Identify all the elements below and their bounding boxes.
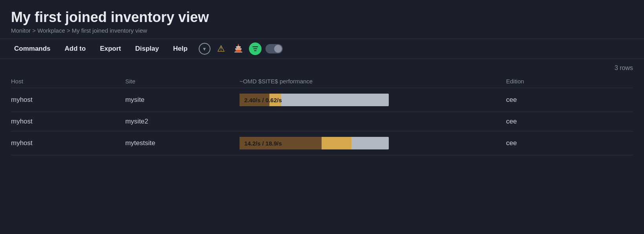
breadcrumb-current: My first joined inventory view (72, 27, 147, 34)
breadcrumb: Monitor > Workplace > My first joined in… (11, 27, 633, 34)
cell-site[interactable]: mysite (125, 88, 240, 112)
warning-icon: ⚠ (217, 44, 225, 54)
cell-edition: cee (506, 88, 633, 112)
warning-icon-btn[interactable]: ⚠ (214, 42, 228, 55)
svg-rect-5 (253, 48, 257, 49)
perf-bar-label: 2.40/s / 0.62/s (240, 97, 282, 103)
cone-icon-btn[interactable] (232, 42, 245, 55)
col-header-host: Host (11, 75, 125, 88)
toolbar: Commands Add to Export Display Help ▾ ⚠ (0, 39, 644, 59)
perf-bar-yellow (322, 137, 351, 149)
col-header-site: Site (125, 75, 240, 88)
toggle-knob (274, 45, 282, 53)
filter-icon-btn[interactable] (249, 42, 262, 55)
dropdown-icon[interactable]: ▾ (199, 43, 210, 55)
cell-host[interactable]: myhost (11, 131, 125, 155)
dropdown-arrow: ▾ (203, 46, 206, 52)
page-title: My first joined inventory view (11, 9, 633, 26)
data-table: Host Site ~OMD $SITE$ performance Editio… (11, 75, 633, 155)
breadcrumb-workplace: Workplace (37, 27, 65, 34)
toggle-switch[interactable] (265, 44, 283, 53)
svg-rect-6 (254, 50, 256, 51)
perf-bar-label: 14.2/s / 18.9/s (240, 140, 282, 147)
menu-commands[interactable]: Commands (8, 42, 57, 55)
cell-site[interactable]: mytestsite (125, 131, 240, 155)
cone-icon (234, 43, 243, 55)
page-header: My first joined inventory view Monitor >… (0, 0, 644, 39)
cell-edition: cee (506, 112, 633, 131)
col-header-perf: ~OMD $SITE$ performance (240, 75, 506, 88)
row-count: 3 rows (11, 59, 633, 75)
table-row: myhostmytestsite14.2/s / 18.9/scee (11, 131, 633, 155)
table-row: myhostmysite2.40/s / 0.62/scee (11, 88, 633, 112)
cell-perf: 2.40/s / 0.62/s (240, 88, 506, 112)
menu-display[interactable]: Display (129, 42, 165, 55)
cell-host[interactable]: myhost (11, 88, 125, 112)
menu-export[interactable]: Export (93, 42, 127, 55)
menu-add-to[interactable]: Add to (59, 42, 92, 55)
perf-bar: 14.2/s / 18.9/s (240, 137, 389, 149)
table-header-row: Host Site ~OMD $SITE$ performance Editio… (11, 75, 633, 88)
menu-help[interactable]: Help (167, 42, 194, 55)
cell-edition: cee (506, 131, 633, 155)
svg-rect-2 (236, 46, 241, 48)
breadcrumb-sep-2: > (67, 27, 72, 34)
breadcrumb-monitor: Monitor (11, 27, 31, 34)
toolbar-icons: ▾ ⚠ (199, 42, 283, 55)
svg-rect-1 (235, 48, 242, 50)
content-area: 3 rows Host Site ~OMD $SITE$ performance… (0, 59, 644, 155)
col-header-edition: Edition (506, 75, 633, 88)
cell-host[interactable]: myhost (11, 112, 125, 131)
table-row: myhostmysite2cee (11, 112, 633, 131)
cell-perf (240, 112, 506, 131)
svg-rect-3 (234, 52, 242, 53)
svg-rect-4 (252, 46, 258, 47)
cell-site[interactable]: mysite2 (125, 112, 240, 131)
cell-perf: 14.2/s / 18.9/s (240, 131, 506, 155)
filter-icon (252, 45, 259, 52)
perf-bar: 2.40/s / 0.62/s (240, 94, 389, 106)
breadcrumb-sep-1: > (32, 27, 37, 34)
